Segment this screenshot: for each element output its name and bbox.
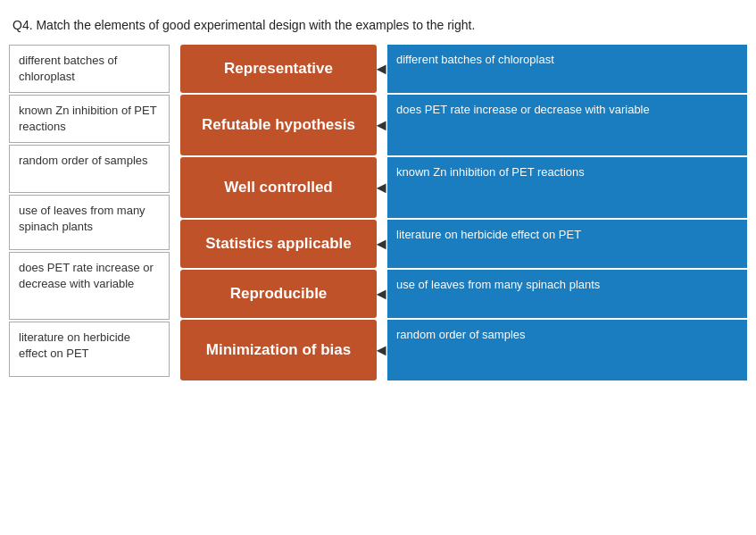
list-item: different batches of chloroplast	[9, 45, 170, 93]
minimization-of-bias-button: Minimization of bias ◄	[180, 320, 377, 380]
right-item: different batches of chloroplast	[387, 45, 747, 93]
arrow-icon: ◄	[373, 116, 389, 135]
refutable-hypothesis-label: Refutable hypothesis	[202, 116, 355, 134]
list-item: known Zn inhibition of PET reactions	[9, 95, 170, 143]
representative-button: Representative ◄	[180, 45, 377, 93]
right-item: does PET rate increase or decrease with …	[387, 95, 747, 155]
reproducible-label: Reproducible	[230, 285, 328, 303]
reproducible-button: Reproducible ◄	[180, 270, 377, 318]
statistics-applicable-button: Statistics applicable ◄	[180, 220, 377, 268]
right-item: random order of samples	[387, 320, 747, 380]
arrow-icon: ◄	[373, 179, 389, 197]
arrow-icon: ◄	[373, 341, 389, 360]
minimization-of-bias-label: Minimization of bias	[206, 341, 351, 359]
well-controlled-label: Well controlled	[224, 179, 333, 196]
well-controlled-button: Well controlled ◄	[180, 157, 377, 218]
list-item: literature on herbicide effect on PET	[9, 322, 170, 377]
refutable-hypothesis-button: Refutable hypothesis ◄	[180, 95, 377, 155]
left-column: different batches of chloroplast known Z…	[9, 45, 170, 377]
question-text: Q4. Match the elements of good experimen…	[0, 9, 756, 45]
list-item: use of leaves from many spinach plants	[9, 195, 170, 250]
right-column: different batches of chloroplast does PE…	[387, 45, 747, 380]
statistics-applicable-label: Statistics applicable	[205, 235, 351, 253]
right-item: literature on herbicide effect on PET	[387, 220, 747, 268]
arrow-icon: ◄	[373, 285, 389, 304]
list-item: random order of samples	[9, 145, 170, 193]
list-item: does PET rate increase or decrease with …	[9, 252, 170, 320]
middle-column: Representative ◄ Refutable hypothesis ◄ …	[180, 45, 377, 380]
right-item: use of leaves from many spinach plants	[387, 270, 747, 318]
arrow-icon: ◄	[373, 60, 389, 79]
right-item: known Zn inhibition of PET reactions	[387, 157, 747, 218]
representative-label: Representative	[224, 60, 333, 78]
arrow-icon: ◄	[373, 235, 389, 254]
